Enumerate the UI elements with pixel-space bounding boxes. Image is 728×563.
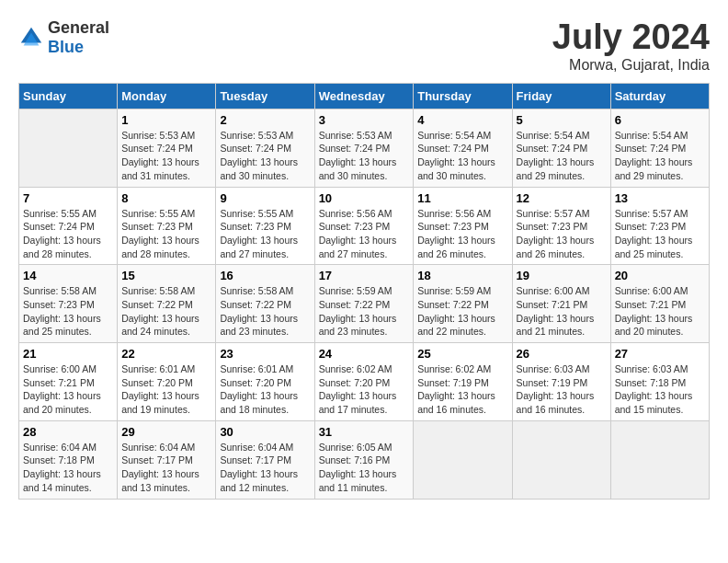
day-cell: 8Sunrise: 5:55 AMSunset: 7:23 PMDaylight… <box>118 187 216 265</box>
day-header-friday: Friday <box>512 83 610 109</box>
logo-text: General Blue <box>48 18 109 57</box>
day-number: 18 <box>417 269 507 282</box>
day-cell: 4Sunrise: 5:54 AMSunset: 7:24 PMDaylight… <box>414 109 512 187</box>
day-cell <box>414 420 512 499</box>
logo: General Blue <box>18 18 109 57</box>
day-cell: 12Sunrise: 5:57 AMSunset: 7:23 PMDayligh… <box>512 187 610 265</box>
day-info: Sunrise: 6:05 AMSunset: 7:16 PMDaylight:… <box>319 442 397 493</box>
day-cell: 22Sunrise: 6:01 AMSunset: 7:20 PMDayligh… <box>118 343 216 421</box>
day-number: 19 <box>517 269 607 282</box>
day-cell: 14Sunrise: 5:58 AMSunset: 7:23 PMDayligh… <box>19 265 118 343</box>
day-number: 25 <box>417 347 507 361</box>
day-info: Sunrise: 5:54 AMSunset: 7:24 PMDaylight:… <box>615 130 693 181</box>
week-row-3: 14Sunrise: 5:58 AMSunset: 7:23 PMDayligh… <box>19 265 710 343</box>
day-info: Sunrise: 5:54 AMSunset: 7:24 PMDaylight:… <box>417 130 495 181</box>
day-info: Sunrise: 5:53 AMSunset: 7:24 PMDaylight:… <box>319 130 397 181</box>
day-info: Sunrise: 6:04 AMSunset: 7:18 PMDaylight:… <box>23 442 101 493</box>
day-number: 2 <box>220 113 310 127</box>
day-number: 23 <box>220 347 310 361</box>
day-number: 9 <box>220 191 310 205</box>
day-number: 15 <box>121 269 211 282</box>
day-number: 10 <box>319 191 410 205</box>
day-header-thursday: Thursday <box>414 83 512 109</box>
day-number: 7 <box>23 191 113 205</box>
day-info: Sunrise: 6:00 AMSunset: 7:21 PMDaylight:… <box>517 285 595 337</box>
day-number: 24 <box>319 347 410 361</box>
day-cell <box>610 420 709 499</box>
day-cell: 20Sunrise: 6:00 AMSunset: 7:21 PMDayligh… <box>610 265 709 343</box>
day-info: Sunrise: 5:53 AMSunset: 7:24 PMDaylight:… <box>220 130 298 181</box>
day-cell <box>19 109 118 187</box>
logo-blue: Blue <box>48 38 84 56</box>
day-cell: 25Sunrise: 6:02 AMSunset: 7:19 PMDayligh… <box>414 343 512 421</box>
day-number: 17 <box>319 269 410 282</box>
week-row-4: 21Sunrise: 6:00 AMSunset: 7:21 PMDayligh… <box>19 343 710 421</box>
day-cell: 7Sunrise: 5:55 AMSunset: 7:24 PMDaylight… <box>19 187 118 265</box>
day-number: 26 <box>517 347 607 361</box>
day-header-wednesday: Wednesday <box>314 83 414 109</box>
day-info: Sunrise: 6:01 AMSunset: 7:20 PMDaylight:… <box>121 363 199 415</box>
week-row-2: 7Sunrise: 5:55 AMSunset: 7:24 PMDaylight… <box>19 187 710 265</box>
day-cell: 30Sunrise: 6:04 AMSunset: 7:17 PMDayligh… <box>216 420 314 499</box>
day-cell: 31Sunrise: 6:05 AMSunset: 7:16 PMDayligh… <box>314 420 414 499</box>
week-row-1: 1Sunrise: 5:53 AMSunset: 7:24 PMDaylight… <box>19 109 710 187</box>
day-info: Sunrise: 5:58 AMSunset: 7:23 PMDaylight:… <box>23 285 101 337</box>
day-info: Sunrise: 6:03 AMSunset: 7:18 PMDaylight:… <box>615 363 693 415</box>
day-info: Sunrise: 5:58 AMSunset: 7:22 PMDaylight:… <box>121 285 199 337</box>
day-number: 22 <box>121 347 211 361</box>
day-cell: 2Sunrise: 5:53 AMSunset: 7:24 PMDaylight… <box>216 109 314 187</box>
day-header-monday: Monday <box>118 83 216 109</box>
day-cell: 28Sunrise: 6:04 AMSunset: 7:18 PMDayligh… <box>19 420 118 499</box>
day-number: 5 <box>517 113 607 127</box>
day-cell: 24Sunrise: 6:02 AMSunset: 7:20 PMDayligh… <box>314 343 414 421</box>
day-cell: 29Sunrise: 6:04 AMSunset: 7:17 PMDayligh… <box>118 420 216 499</box>
day-cell: 15Sunrise: 5:58 AMSunset: 7:22 PMDayligh… <box>118 265 216 343</box>
day-cell: 10Sunrise: 5:56 AMSunset: 7:23 PMDayligh… <box>314 187 414 265</box>
day-info: Sunrise: 6:02 AMSunset: 7:19 PMDaylight:… <box>417 363 495 415</box>
day-number: 8 <box>121 191 211 205</box>
day-cell: 23Sunrise: 6:01 AMSunset: 7:20 PMDayligh… <box>216 343 314 421</box>
day-info: Sunrise: 6:03 AMSunset: 7:19 PMDaylight:… <box>517 363 595 415</box>
day-info: Sunrise: 6:04 AMSunset: 7:17 PMDaylight:… <box>121 442 199 493</box>
calendar-title: July 2024 <box>552 18 710 57</box>
day-info: Sunrise: 5:55 AMSunset: 7:23 PMDaylight:… <box>220 208 298 259</box>
day-number: 27 <box>615 347 705 361</box>
day-number: 31 <box>319 425 410 439</box>
day-info: Sunrise: 5:56 AMSunset: 7:23 PMDaylight:… <box>319 208 397 259</box>
day-number: 28 <box>23 425 113 439</box>
day-cell: 5Sunrise: 5:54 AMSunset: 7:24 PMDaylight… <box>512 109 610 187</box>
day-cell: 9Sunrise: 5:55 AMSunset: 7:23 PMDaylight… <box>216 187 314 265</box>
day-number: 1 <box>121 113 211 127</box>
logo-general: General <box>48 18 109 37</box>
day-cell: 27Sunrise: 6:03 AMSunset: 7:18 PMDayligh… <box>610 343 709 421</box>
day-info: Sunrise: 5:59 AMSunset: 7:22 PMDaylight:… <box>319 285 397 337</box>
logo-icon <box>18 25 44 51</box>
day-cell: 6Sunrise: 5:54 AMSunset: 7:24 PMDaylight… <box>610 109 709 187</box>
calendar-header-row: SundayMondayTuesdayWednesdayThursdayFrid… <box>19 83 710 109</box>
day-info: Sunrise: 5:56 AMSunset: 7:23 PMDaylight:… <box>417 208 495 259</box>
day-info: Sunrise: 6:01 AMSunset: 7:20 PMDaylight:… <box>220 363 298 415</box>
page-header: General Blue July 2024 Morwa, Gujarat, I… <box>18 18 710 74</box>
day-number: 14 <box>23 269 113 282</box>
day-info: Sunrise: 5:55 AMSunset: 7:23 PMDaylight:… <box>121 208 199 259</box>
day-info: Sunrise: 6:00 AMSunset: 7:21 PMDaylight:… <box>615 285 693 337</box>
day-info: Sunrise: 5:55 AMSunset: 7:24 PMDaylight:… <box>23 208 101 259</box>
week-row-5: 28Sunrise: 6:04 AMSunset: 7:18 PMDayligh… <box>19 420 710 499</box>
day-cell <box>512 420 610 499</box>
day-info: Sunrise: 5:57 AMSunset: 7:23 PMDaylight:… <box>615 208 693 259</box>
day-number: 13 <box>615 191 705 205</box>
day-cell: 18Sunrise: 5:59 AMSunset: 7:22 PMDayligh… <box>414 265 512 343</box>
day-info: Sunrise: 5:53 AMSunset: 7:24 PMDaylight:… <box>121 130 199 181</box>
day-info: Sunrise: 6:00 AMSunset: 7:21 PMDaylight:… <box>23 363 101 415</box>
day-cell: 21Sunrise: 6:00 AMSunset: 7:21 PMDayligh… <box>19 343 118 421</box>
day-header-tuesday: Tuesday <box>216 83 314 109</box>
day-info: Sunrise: 5:58 AMSunset: 7:22 PMDaylight:… <box>220 285 298 337</box>
day-number: 29 <box>121 425 211 439</box>
day-info: Sunrise: 5:57 AMSunset: 7:23 PMDaylight:… <box>517 208 595 259</box>
day-info: Sunrise: 5:54 AMSunset: 7:24 PMDaylight:… <box>517 130 595 181</box>
day-cell: 3Sunrise: 5:53 AMSunset: 7:24 PMDaylight… <box>314 109 414 187</box>
day-number: 11 <box>417 191 507 205</box>
day-cell: 16Sunrise: 5:58 AMSunset: 7:22 PMDayligh… <box>216 265 314 343</box>
day-header-sunday: Sunday <box>19 83 118 109</box>
day-number: 20 <box>615 269 705 282</box>
